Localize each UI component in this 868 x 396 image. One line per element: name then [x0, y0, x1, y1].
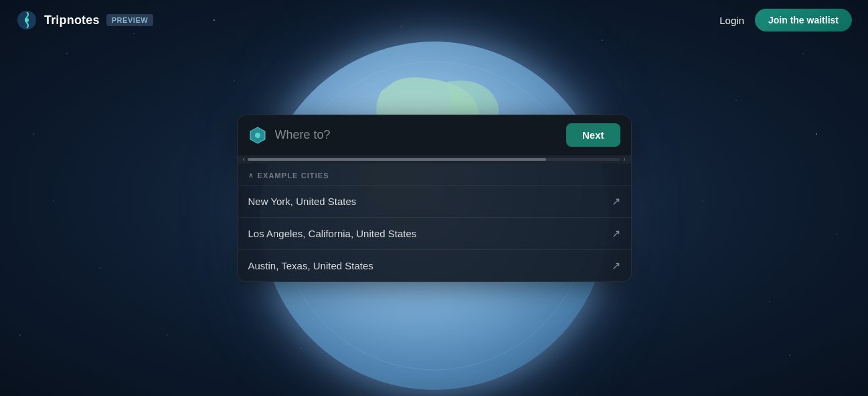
arrow-icon-new-york: ↗	[612, 195, 620, 208]
search-input-row: Next	[238, 115, 631, 155]
waitlist-button[interactable]: Join the waitlist	[755, 9, 852, 31]
chevron-up-icon: ∧	[248, 172, 254, 179]
arrow-icon-austin: ↗	[612, 259, 620, 272]
city-item-austin[interactable]: Austin, Texas, United States ↗	[238, 249, 631, 281]
scroll-right-arrow[interactable]: ›	[620, 155, 628, 163]
section-label: ∧ EXAMPLE CITIES	[238, 163, 631, 185]
navbar-left: Tripnotes PREVIEW	[16, 9, 153, 31]
next-button[interactable]: Next	[566, 123, 620, 147]
login-button[interactable]: Login	[719, 15, 744, 26]
scroll-thumb	[248, 158, 546, 161]
brand-name: Tripnotes	[44, 13, 100, 27]
scroll-left-arrow[interactable]: ‹	[240, 155, 248, 163]
city-item-new-york[interactable]: New York, United States ↗	[238, 185, 631, 217]
city-item-los-angeles[interactable]: Los Angeles, California, United States ↗	[238, 217, 631, 249]
preview-badge: PREVIEW	[106, 14, 154, 26]
brand-logo-icon	[16, 9, 37, 31]
dropdown-section: ∧ EXAMPLE CITIES New York, United States…	[238, 163, 631, 281]
svg-point-4	[255, 133, 260, 138]
arrow-icon-los-angeles: ↗	[612, 227, 620, 240]
destination-search-input[interactable]	[275, 128, 558, 142]
location-hex-icon	[248, 126, 267, 145]
svg-point-2	[25, 18, 29, 22]
navbar-right: Login Join the waitlist	[719, 9, 852, 31]
scrollbar-row: ‹ ›	[238, 155, 631, 163]
navbar: Tripnotes PREVIEW Login Join the waitlis…	[0, 0, 868, 40]
scroll-track	[248, 158, 620, 161]
search-card: Next ‹ › ∧ EXAMPLE CITIES New York, Unit…	[237, 115, 632, 282]
